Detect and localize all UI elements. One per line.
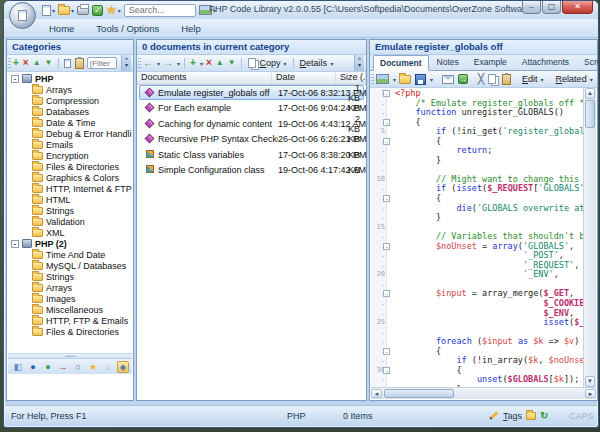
fold-icon[interactable]: -	[383, 195, 390, 202]
tree-item[interactable]: Validation	[8, 216, 132, 227]
column-date[interactable]: Date	[272, 72, 336, 84]
tab-document[interactable]: Document	[373, 55, 429, 71]
tree-item[interactable]: Strings	[8, 205, 132, 216]
shortcut-icon[interactable]: ◧	[12, 362, 24, 372]
details-button[interactable]: Details▾	[298, 58, 336, 68]
tree-item[interactable]: Files & Directories	[8, 161, 132, 172]
tree-item[interactable]: Time And Date	[8, 249, 132, 260]
fold-icon[interactable]: -	[383, 90, 390, 97]
tree-item[interactable]: Databases	[8, 106, 132, 117]
fold-icon[interactable]: -	[383, 367, 390, 374]
tree-item[interactable]: Files & Directories	[8, 326, 132, 337]
close-button[interactable]: ✕	[562, 1, 593, 14]
tab-notes[interactable]: Notes	[430, 54, 466, 70]
move-up-button[interactable]: ▲	[32, 57, 42, 69]
cut-button[interactable]: ╳	[477, 74, 485, 84]
rename-button[interactable]	[63, 59, 72, 68]
code-editor[interactable]: 1-<?php. /* Emulate register_globals off…	[371, 88, 596, 387]
tree-item[interactable]: Emails	[8, 139, 132, 150]
zoom-icon[interactable]: ◌	[102, 362, 114, 372]
tree-item[interactable]: Encryption	[8, 150, 132, 161]
import-button[interactable]: ✓	[92, 4, 103, 17]
vertical-scrollbar[interactable]: ▲ ▼	[583, 88, 596, 387]
tab-screenshots[interactable]: Screenshots	[577, 54, 599, 70]
edit-button[interactable]: Edit▾	[520, 74, 546, 84]
search-icon[interactable]: ○	[72, 362, 84, 372]
related-button[interactable]: Related▾	[554, 74, 595, 84]
tree-item[interactable]: Debug & Error Handling	[8, 128, 132, 139]
back-button[interactable]: ←	[142, 57, 154, 69]
delete-category-button[interactable]: ×	[22, 57, 30, 69]
tree-item[interactable]: XML	[8, 227, 132, 238]
table-row[interactable]: Caching for dynamic content19-Oct-06 4:4…	[137, 116, 366, 132]
collapse-icon[interactable]: -	[11, 240, 19, 248]
copy-button[interactable]	[487, 74, 499, 84]
menu-item-home[interactable]: Home	[40, 21, 83, 36]
maximize-button[interactable]: ▢	[542, 1, 561, 14]
tree-item[interactable]: Miscellaneous	[8, 304, 132, 315]
table-row[interactable]: Recursive PHP Syntax Checker26-Oct-06 6:…	[137, 132, 366, 148]
scroll-thumb[interactable]	[585, 100, 595, 128]
open-button[interactable]	[398, 75, 412, 84]
open-button[interactable]: ▾	[58, 4, 74, 17]
tags-button[interactable]: Tags	[503, 411, 522, 421]
save-button[interactable]	[414, 74, 427, 85]
paste-button[interactable]	[74, 58, 85, 69]
tree-item[interactable]: Date & Time	[8, 117, 132, 128]
forward-button[interactable]: →	[162, 57, 174, 69]
tree-item[interactable]: HTTP, Internet & FTP	[8, 183, 132, 194]
search-input[interactable]	[124, 4, 196, 17]
tree-item[interactable]: Arrays	[8, 84, 132, 95]
scroll-left-icon[interactable]: ◄	[371, 389, 382, 398]
table-row[interactable]: Static Class variables17-Oct-06 8:38:20 …	[137, 147, 366, 163]
tree-item[interactable]: HTTP, FTP & Emails	[8, 315, 132, 326]
print-button[interactable]	[77, 4, 89, 17]
delete-document-button[interactable]: ×	[205, 57, 213, 69]
copy-button[interactable]: Copy▾	[246, 58, 289, 68]
tab-example[interactable]: Example	[467, 54, 514, 70]
new-document-button[interactable]: ▾	[42, 4, 55, 17]
tree-item[interactable]: Graphics & Colors	[8, 172, 132, 183]
move-down-button[interactable]: ▼	[227, 57, 237, 69]
move-up-button[interactable]: ▲	[215, 57, 225, 69]
filter-input[interactable]	[87, 57, 117, 69]
export-button[interactable]: →	[457, 74, 469, 84]
categories-icon[interactable]: ◈	[117, 361, 129, 373]
tree-root-item[interactable]: -PHP	[8, 73, 132, 84]
table-row[interactable]: For Each example17-Oct-06 9:04:24 PMKB	[137, 101, 366, 117]
globe-icon[interactable]: ●	[42, 362, 54, 372]
orb-icon[interactable]: ●	[27, 362, 39, 372]
tree-item[interactable]: Strings	[8, 271, 132, 282]
scroll-down-icon[interactable]: ▼	[585, 376, 595, 387]
add-category-button[interactable]: +	[12, 57, 20, 69]
tab-attachments[interactable]: Attachments	[515, 54, 576, 70]
tree-item[interactable]: MySQL / Databases	[8, 260, 132, 271]
fold-icon[interactable]: -	[383, 290, 390, 297]
toolbar-overflow-button[interactable]: »▾	[121, 55, 131, 71]
column-documents[interactable]: Documents	[137, 72, 272, 84]
fold-icon[interactable]: -	[383, 138, 390, 145]
scroll-thumb[interactable]	[384, 389, 454, 398]
minimize-button[interactable]: –	[522, 1, 541, 14]
fold-icon[interactable]: -	[383, 119, 390, 126]
table-row[interactable]: Emulate register_globals off17-Oct-06 8:…	[137, 85, 366, 101]
refresh-icon[interactable]: ↻	[540, 410, 548, 421]
menu-item-help[interactable]: Help	[172, 21, 210, 36]
favorites-button[interactable]: ★▾	[106, 4, 121, 17]
scroll-up-icon[interactable]: ▲	[585, 88, 595, 99]
star-icon[interactable]: ★	[87, 362, 99, 372]
fold-icon[interactable]: -	[383, 243, 390, 250]
tree-item[interactable]: HTML	[8, 194, 132, 205]
table-row[interactable]: Simple Configuration class19-Oct-06 4:17…	[137, 163, 366, 179]
app-menu-orb[interactable]	[9, 2, 36, 29]
tree-item[interactable]: Arrays	[8, 282, 132, 293]
scroll-right-icon[interactable]: ►	[585, 389, 596, 398]
menu-item-tools-options[interactable]: Tools / Options	[87, 21, 168, 36]
add-document-button[interactable]: +	[189, 57, 197, 69]
paste-button[interactable]	[501, 74, 512, 85]
toolbar-overflow-button[interactable]: »▾	[597, 71, 599, 87]
tree-item[interactable]: Images	[8, 293, 132, 304]
horizontal-scrollbar[interactable]: ◄ ►	[371, 387, 596, 399]
view-mode-button[interactable]	[375, 74, 390, 84]
folder-icon[interactable]	[526, 412, 536, 420]
